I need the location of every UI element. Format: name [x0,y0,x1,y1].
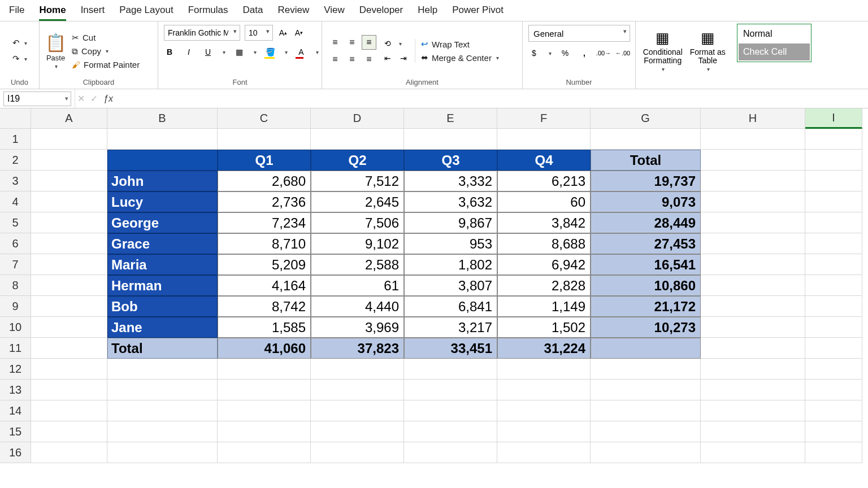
row-header-3[interactable]: 3 [0,171,31,191]
tab-developer[interactable]: Developer [359,2,403,21]
cell-H15[interactable] [701,421,805,442]
cell-I10[interactable] [805,317,862,338]
cell-D11[interactable]: 37,823 [311,338,404,359]
row-header-16[interactable]: 16 [0,442,31,463]
cell-E11[interactable]: 33,451 [404,338,497,359]
row-header-14[interactable]: 14 [0,400,31,421]
cell-F9[interactable]: 1,149 [497,296,591,317]
cell-E9[interactable]: 6,841 [404,296,497,317]
cell-H3[interactable] [701,171,805,191]
cell-I8[interactable] [805,275,862,296]
cell-I4[interactable] [805,191,862,212]
cell-G13[interactable] [591,380,701,400]
font-color-icon[interactable]: A [296,46,307,58]
cell-B2[interactable] [107,150,218,171]
cell-F13[interactable] [497,380,591,400]
cell-B12[interactable] [107,359,218,380]
cell-I14[interactable] [805,400,862,421]
copy-button[interactable]: ⧉Copy▾ [72,46,140,56]
cell-H13[interactable] [701,380,805,400]
cell-C4[interactable]: 2,736 [218,191,311,212]
cut-button[interactable]: ✂Cut [72,33,140,43]
cell-C8[interactable]: 4,164 [218,275,311,296]
border-icon[interactable]: ▦ [233,46,245,58]
cell-B3[interactable]: John [107,171,218,191]
name-box[interactable]: I19▾ [3,91,71,106]
cell-G6[interactable]: 27,453 [591,233,701,254]
merge-center-button[interactable]: ⬌Merge & Center▾ [421,53,499,63]
cell-H6[interactable] [701,233,805,254]
tab-page-layout[interactable]: Page Layout [119,2,173,21]
cell-D7[interactable]: 2,588 [311,254,404,275]
cell-I7[interactable] [805,254,862,275]
cell-E10[interactable]: 3,217 [404,317,497,338]
cell-A1[interactable] [31,129,107,150]
cell-D2[interactable]: Q2 [311,150,404,171]
col-header-H[interactable]: H [701,108,805,129]
row-header-11[interactable]: 11 [0,338,31,359]
row-header-6[interactable]: 6 [0,233,31,254]
cell-E14[interactable] [404,400,497,421]
cell-H5[interactable] [701,212,805,233]
align-center-icon[interactable]: ≡ [345,52,359,67]
cell-C7[interactable]: 5,209 [218,254,311,275]
tab-insert[interactable]: Insert [81,2,105,21]
cell-H10[interactable] [701,317,805,338]
cell-D10[interactable]: 3,969 [311,317,404,338]
undo-button[interactable]: ↶▾ [12,38,27,48]
currency-icon[interactable]: $ [528,47,540,59]
style-check-cell[interactable]: Check Cell [739,43,810,60]
cell-E5[interactable]: 9,867 [404,212,497,233]
font-size-select[interactable] [245,25,273,41]
tab-home[interactable]: Home [39,2,66,21]
cell-I11[interactable] [805,338,862,359]
cell-G5[interactable]: 28,449 [591,212,701,233]
outdent-icon[interactable]: ⇤ [382,53,393,64]
font-name-select[interactable] [164,25,240,41]
cell-A15[interactable] [31,421,107,442]
decrease-font-icon[interactable]: A▾ [293,27,305,38]
row-header-10[interactable]: 10 [0,317,31,338]
cell-F6[interactable]: 8,688 [497,233,591,254]
cell-I12[interactable] [805,359,862,380]
italic-button[interactable]: I [183,46,194,58]
chevron-down-icon[interactable]: ▾ [65,95,68,102]
cell-B15[interactable] [107,421,218,442]
cell-G11[interactable] [591,338,701,359]
cell-G14[interactable] [591,400,701,421]
fx-icon[interactable]: ƒx [103,94,113,104]
align-right-icon[interactable]: ≡ [362,52,376,67]
paste-button[interactable]: 📋 Paste ▾ [45,33,66,69]
cell-A11[interactable] [31,338,107,359]
cell-D4[interactable]: 2,645 [311,191,404,212]
wrap-text-button[interactable]: ↩Wrap Text [421,39,499,49]
cell-E15[interactable] [404,421,497,442]
cell-B14[interactable] [107,400,218,421]
cell-A5[interactable] [31,212,107,233]
row-header-4[interactable]: 4 [0,191,31,212]
row-header-7[interactable]: 7 [0,254,31,275]
redo-button[interactable]: ↷▾ [12,54,27,64]
style-normal[interactable]: Normal [739,25,810,42]
cell-G15[interactable] [591,421,701,442]
cell-F11[interactable]: 31,224 [497,338,591,359]
cell-I5[interactable] [805,212,862,233]
tab-view[interactable]: View [324,2,345,21]
cell-C3[interactable]: 2,680 [218,171,311,191]
cell-E13[interactable] [404,380,497,400]
bold-button[interactable]: B [164,46,175,58]
cell-A6[interactable] [31,233,107,254]
fill-color-icon[interactable]: 🪣 [264,46,276,58]
cell-C13[interactable] [218,380,311,400]
cell-C9[interactable]: 8,742 [218,296,311,317]
cell-F3[interactable]: 6,213 [497,171,591,191]
align-bottom-icon[interactable]: ≡ [362,35,376,50]
tab-help[interactable]: Help [418,2,437,21]
cell-I2[interactable] [805,150,862,171]
col-header-D[interactable]: D [311,108,404,129]
cell-E16[interactable] [404,442,497,463]
cell-C11[interactable]: 41,060 [218,338,311,359]
cell-B5[interactable]: George [107,212,218,233]
cell-I15[interactable] [805,421,862,442]
row-header-5[interactable]: 5 [0,212,31,233]
